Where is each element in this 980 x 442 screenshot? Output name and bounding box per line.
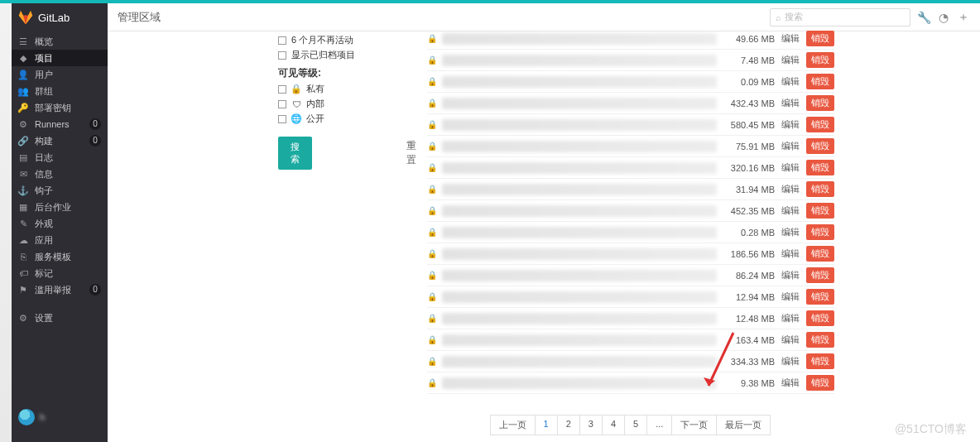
pager-page[interactable]: 2 xyxy=(557,415,580,435)
filter-show-archived[interactable]: 显示已归档项目 xyxy=(278,49,420,61)
project-name[interactable] xyxy=(442,270,717,281)
edit-button[interactable]: 编辑 xyxy=(780,312,801,324)
sidebar-item[interactable]: ▤日志 xyxy=(12,149,108,166)
edit-button[interactable]: 编辑 xyxy=(780,75,801,88)
filter-inactive-6mo[interactable]: 6 个月不再活动 xyxy=(278,34,420,46)
pager-page[interactable]: 1 xyxy=(535,415,558,435)
edit-button[interactable]: 编辑 xyxy=(780,204,801,217)
project-name[interactable] xyxy=(442,33,717,45)
checkbox-icon[interactable] xyxy=(278,85,286,94)
edit-button[interactable]: 编辑 xyxy=(780,140,801,152)
sidebar-item[interactable]: ⎘服务模板 xyxy=(12,248,108,265)
sidebar-item[interactable]: ☰概览 xyxy=(12,33,108,50)
edit-button[interactable]: 编辑 xyxy=(780,291,801,303)
sidebar-item-settings[interactable]: ⚙ 设置 xyxy=(12,310,108,326)
sidebar-item[interactable]: ◆项目 xyxy=(12,50,108,66)
sidebar-item[interactable]: 👤用户 xyxy=(12,66,108,83)
delete-button[interactable]: 销毁 xyxy=(806,31,834,46)
checkbox-icon[interactable] xyxy=(278,100,286,108)
project-name[interactable] xyxy=(442,334,717,346)
pager-page[interactable]: 4 xyxy=(602,415,625,435)
checkbox-icon[interactable] xyxy=(278,115,286,123)
project-name[interactable] xyxy=(442,141,717,152)
filter-private[interactable]: 🔒 私有 xyxy=(278,83,420,95)
sidebar-item[interactable]: 👥群组 xyxy=(12,83,108,99)
checkbox-icon[interactable] xyxy=(278,36,286,45)
project-name[interactable] xyxy=(442,98,717,109)
edit-button[interactable]: 编辑 xyxy=(780,226,801,238)
sidebar-item[interactable]: 🔗构建0 xyxy=(12,132,108,149)
pager-page[interactable]: 5 xyxy=(624,415,647,435)
edit-button[interactable]: 编辑 xyxy=(780,377,801,389)
delete-button[interactable]: 销毁 xyxy=(806,246,834,262)
delete-button[interactable]: 销毁 xyxy=(806,117,834,132)
project-name[interactable] xyxy=(442,184,717,195)
delete-button[interactable]: 销毁 xyxy=(806,289,834,305)
checkbox-icon[interactable] xyxy=(278,51,286,60)
pager-page[interactable]: 3 xyxy=(579,415,603,435)
project-name[interactable] xyxy=(442,291,717,303)
edit-button[interactable]: 编辑 xyxy=(780,355,801,368)
sidebar-item[interactable]: 🏷标记 xyxy=(12,265,108,281)
wrench-icon[interactable]: 🔧 xyxy=(917,11,930,24)
project-row: 🔒186.56 MB编辑销毁 xyxy=(427,243,834,265)
activity-icon[interactable]: ◔ xyxy=(937,11,950,24)
search-button[interactable]: 搜索 xyxy=(278,137,312,170)
delete-button[interactable]: 销毁 xyxy=(806,332,834,348)
project-name[interactable] xyxy=(442,76,717,88)
delete-button[interactable]: 销毁 xyxy=(806,74,834,89)
brand-row[interactable]: GitLab xyxy=(12,3,108,31)
project-name[interactable] xyxy=(442,55,717,66)
sidebar-item[interactable]: ⚓钩子 xyxy=(12,182,108,199)
project-name[interactable] xyxy=(442,119,717,131)
pager-next[interactable]: 下一页 xyxy=(671,415,717,435)
project-name[interactable] xyxy=(442,356,717,368)
edit-button[interactable]: 编辑 xyxy=(780,97,801,109)
project-size: 7.48 MB xyxy=(722,55,775,65)
edit-button[interactable]: 编辑 xyxy=(780,161,801,174)
project-name[interactable] xyxy=(442,313,717,324)
project-name[interactable] xyxy=(442,162,717,174)
delete-button[interactable]: 销毁 xyxy=(806,353,834,369)
filter-public[interactable]: 🌐 公开 xyxy=(278,113,420,125)
pager-last[interactable]: 最后一页 xyxy=(716,415,771,435)
delete-button[interactable]: 销毁 xyxy=(806,310,834,326)
delete-button[interactable]: 销毁 xyxy=(806,160,834,175)
reset-button[interactable]: 重置 xyxy=(401,137,420,170)
current-user[interactable]: h xyxy=(12,404,108,430)
project-name[interactable] xyxy=(442,248,717,260)
filter-internal[interactable]: 🛡 内部 xyxy=(278,98,420,110)
project-name[interactable] xyxy=(442,205,717,217)
pager-prev[interactable]: 上一页 xyxy=(490,415,536,435)
sidebar-item-label: 概览 xyxy=(35,36,101,48)
sidebar-item[interactable]: ⚙Runners0 xyxy=(12,116,108,132)
delete-button[interactable]: 销毁 xyxy=(806,95,834,111)
lock-icon: 🔒 xyxy=(427,120,437,129)
delete-button[interactable]: 销毁 xyxy=(806,181,834,197)
edit-button[interactable]: 编辑 xyxy=(780,247,801,260)
project-name[interactable] xyxy=(442,377,717,389)
plus-icon[interactable]: ＋ xyxy=(957,11,970,24)
delete-button[interactable]: 销毁 xyxy=(806,224,834,240)
edit-button[interactable]: 编辑 xyxy=(780,334,801,346)
delete-button[interactable]: 销毁 xyxy=(806,267,834,283)
pager-page[interactable]: ... xyxy=(646,415,672,435)
delete-button[interactable]: 销毁 xyxy=(806,375,834,391)
sidebar-item[interactable]: ✉信息 xyxy=(12,166,108,182)
delete-button[interactable]: 销毁 xyxy=(806,203,834,219)
sidebar-item[interactable]: 🔑部署密钥 xyxy=(12,99,108,116)
project-name[interactable] xyxy=(442,227,717,238)
count-badge: 0 xyxy=(89,284,101,295)
sidebar-item[interactable]: ☁应用 xyxy=(12,232,108,248)
sidebar-item[interactable]: ⚑滥用举报0 xyxy=(12,281,108,298)
edit-button[interactable]: 编辑 xyxy=(780,118,801,131)
edit-button[interactable]: 编辑 xyxy=(780,54,801,66)
sidebar-item[interactable]: ✎外观 xyxy=(12,215,108,232)
global-search[interactable]: ⌕ 搜索 xyxy=(770,8,910,26)
edit-button[interactable]: 编辑 xyxy=(780,269,801,281)
delete-button[interactable]: 销毁 xyxy=(806,138,834,154)
sidebar-item[interactable]: ▦后台作业 xyxy=(12,199,108,215)
edit-button[interactable]: 编辑 xyxy=(780,183,801,195)
edit-button[interactable]: 编辑 xyxy=(780,32,801,45)
delete-button[interactable]: 销毁 xyxy=(806,52,834,68)
